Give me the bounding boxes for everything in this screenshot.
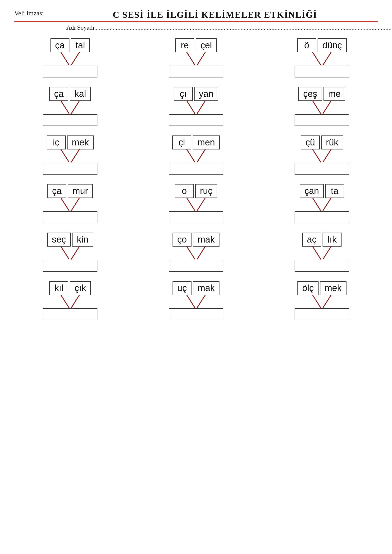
- syllable-box-2: kin: [72, 233, 93, 247]
- name-label: Adı Soyadı..............................…: [66, 24, 392, 31]
- connector-lines: [46, 246, 94, 260]
- word-pair: kılçık: [14, 281, 126, 320]
- header: Veli imzası C SESİ İLE İLGİLİ KELİMELER …: [14, 9, 378, 31]
- syllable-box-2: mak: [193, 233, 219, 247]
- syllable-box-2: dünç: [318, 38, 346, 52]
- svg-line-2: [187, 52, 195, 65]
- answer-box[interactable]: [43, 66, 98, 77]
- syllable-box-1: ço: [173, 233, 191, 247]
- word-pair: çomak: [140, 233, 252, 272]
- syllable-box-2: mak: [193, 281, 219, 295]
- answer-box[interactable]: [43, 211, 98, 223]
- syllable-box-1: o: [175, 184, 194, 198]
- answer-box[interactable]: [294, 163, 349, 174]
- answer-box[interactable]: [169, 66, 223, 77]
- word-pair: çimen: [140, 135, 252, 174]
- word-pair: oruç: [140, 184, 252, 223]
- svg-line-9: [197, 100, 205, 113]
- svg-line-15: [197, 149, 205, 162]
- syllable-box-1: kıl: [49, 281, 68, 295]
- svg-line-3: [197, 52, 205, 65]
- syllables-row: reçel: [175, 38, 217, 52]
- syllable-box-1: seç: [47, 233, 71, 247]
- connector-lines: [46, 149, 94, 163]
- veli-imzasi-label: Veli imzası: [14, 9, 52, 17]
- top-row: Veli imzası C SESİ İLE İLGİLİ KELİMELER …: [14, 9, 378, 22]
- answer-box[interactable]: [294, 308, 349, 320]
- syllables-row: çanta: [300, 184, 344, 198]
- syllable-box-2: ta: [325, 184, 344, 198]
- answer-box[interactable]: [43, 308, 98, 320]
- svg-line-32: [187, 295, 195, 308]
- name-row: Adı Soyadı..............................…: [66, 24, 378, 31]
- connector-lines: [172, 295, 220, 309]
- word-pair: ölçmek: [266, 281, 378, 320]
- syllables-row: çeşme: [298, 87, 345, 101]
- svg-line-4: [312, 52, 321, 65]
- syllable-box-2: kal: [70, 87, 91, 101]
- svg-line-19: [71, 198, 80, 211]
- svg-line-16: [312, 149, 321, 162]
- words-grid: çatal reçel ödünç çakal çıyan çeşme içme…: [14, 38, 378, 320]
- word-pair: çamur: [14, 184, 126, 223]
- svg-line-34: [312, 295, 321, 308]
- page-title: C SESİ İLE İLGİLİ KELİMELER ETKİNLİĞİ: [52, 9, 378, 20]
- word-pair: çıyan: [140, 87, 252, 126]
- connector-lines: [46, 198, 94, 212]
- answer-box[interactable]: [169, 260, 223, 272]
- connector-lines: [298, 100, 346, 115]
- connector-lines: [172, 198, 220, 212]
- syllable-box-2: men: [193, 135, 220, 149]
- answer-box[interactable]: [294, 260, 349, 272]
- word-pair: seçkin: [14, 233, 126, 272]
- syllable-box-2: lık: [322, 233, 342, 247]
- syllable-box-2: mek: [67, 135, 94, 149]
- syllables-row: kılçık: [49, 281, 91, 295]
- svg-line-1: [71, 52, 80, 65]
- syllable-box-1: çi: [172, 135, 191, 149]
- answer-box[interactable]: [169, 114, 223, 126]
- svg-line-5: [323, 52, 331, 65]
- syllables-row: seçkin: [47, 233, 93, 247]
- syllables-row: çimen: [172, 135, 220, 149]
- svg-line-8: [187, 100, 195, 113]
- syllable-box-1: ça: [49, 87, 68, 101]
- answer-box[interactable]: [43, 114, 98, 126]
- answer-box[interactable]: [43, 163, 98, 174]
- answer-box[interactable]: [169, 211, 223, 223]
- connector-lines: [172, 52, 220, 66]
- answer-box[interactable]: [294, 114, 349, 126]
- svg-line-27: [197, 246, 205, 259]
- svg-line-25: [71, 246, 80, 259]
- connector-lines: [46, 52, 94, 66]
- syllables-row: oruç: [175, 184, 217, 198]
- svg-line-7: [71, 100, 80, 113]
- connector-lines: [172, 149, 220, 163]
- svg-line-28: [312, 246, 321, 259]
- svg-line-18: [61, 198, 69, 211]
- svg-line-21: [197, 198, 205, 211]
- answer-box[interactable]: [169, 163, 223, 174]
- connector-lines: [46, 295, 94, 309]
- syllables-row: çakal: [49, 87, 91, 101]
- answer-box[interactable]: [43, 260, 98, 272]
- word-pair: reçel: [140, 38, 252, 77]
- syllables-row: çürük: [301, 135, 343, 149]
- syllables-row: açlık: [302, 233, 342, 247]
- answer-box[interactable]: [169, 308, 223, 320]
- svg-line-17: [323, 149, 331, 162]
- word-pair: ödünç: [266, 38, 378, 77]
- syllable-box-2: mur: [68, 184, 93, 198]
- syllable-box-1: çeş: [298, 87, 322, 101]
- word-pair: çanta: [266, 184, 378, 223]
- answer-box[interactable]: [294, 66, 349, 77]
- syllables-row: çomak: [173, 233, 219, 247]
- connector-lines: [46, 100, 94, 115]
- answer-box[interactable]: [294, 211, 349, 223]
- syllable-box-2: me: [323, 87, 346, 101]
- connector-lines: [172, 100, 220, 115]
- syllable-box-2: mek: [320, 281, 346, 295]
- svg-line-14: [187, 149, 195, 162]
- syllables-row: içmek: [47, 135, 94, 149]
- svg-line-26: [187, 246, 195, 259]
